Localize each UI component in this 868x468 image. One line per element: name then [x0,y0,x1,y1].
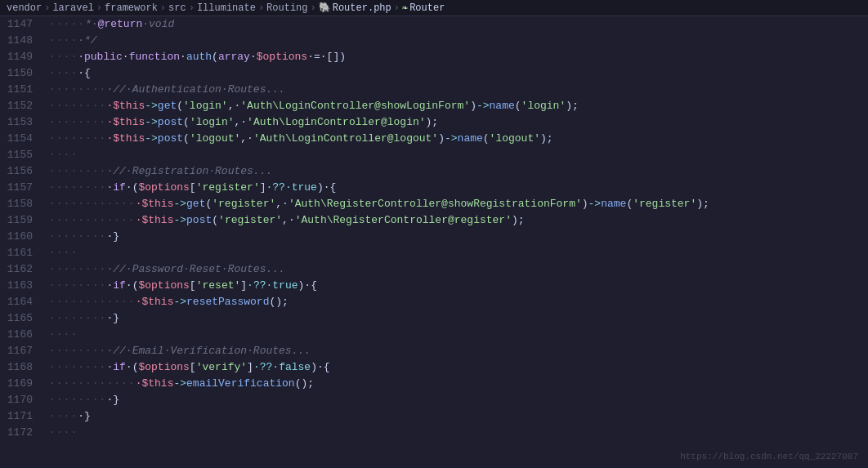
code-line-1163: ········ ·if ·( $options [ 'reset' ] ·??… [49,278,861,294]
indent-dots: ···· [49,327,78,343]
breadcrumb-framework[interactable]: framework [105,2,158,14]
code-text: ) [438,131,445,147]
code-op: -> [445,131,458,147]
code-method: post [158,131,183,147]
breadcrumb-routerphp[interactable]: Router.php [333,2,391,14]
code-str: 'Auth\LoginController@login' [247,114,425,131]
code-text: (); [295,376,314,392]
code-method: post [158,114,183,131]
code-line-1158: ············ ·$this -> get ( 'register' … [49,196,861,212]
code-line-1152: ········ ·$this -> get ( 'login' ,· 'Aut… [49,98,861,114]
code-text: ·} [106,392,119,408]
breadcrumb-vendor[interactable]: vendor [7,2,42,14]
code-var: ·$this [106,114,145,131]
code-line-1147: ····· *· @return ·void [49,16,861,33]
code-str: 'logout' [490,131,540,147]
code-text: ); [540,131,553,147]
code-arr: [ [327,49,333,65]
indent-dots: ············ [49,376,136,392]
code-op: -> [173,212,186,229]
indent-dots: ········ [49,392,106,408]
code-line-1150: ···· ·{ [49,65,861,82]
code-method: name [458,131,483,147]
editor-container: 1147 1148 1149 1150 1151 1152 1153 1154 … [0,16,868,468]
indent-dots: ········ [49,114,106,131]
code-line-1165: ········ ·} [49,310,861,327]
indent-dots: ········ [49,343,106,359]
code-line-1148: ···· ·*/ [49,33,861,49]
code-line-1155: ···· [49,147,861,163]
code-var: $options [257,49,307,65]
indent-dots: ········ [49,359,106,376]
code-bool: true [292,180,317,196]
code-text: ,· [240,131,253,147]
breadcrumb-routing[interactable]: Routing [266,2,307,14]
indent-dots: ····· [49,16,85,33]
sep3: › [160,2,166,14]
code-fn: auth [186,49,212,65]
code-line-1153: ········ ·$this -> post ( 'login' ,· 'Au… [49,114,861,131]
ln-1171: 1171 [7,408,33,425]
code-line-1154: ········ ·$this -> post ( 'logout' ,· 'A… [49,131,861,147]
code-line-1151: ········ ·//·Authentication·Routes... [49,82,861,98]
code-line-1167: ········ ·//·Email·Verification·Routes..… [49,343,861,359]
sep4: › [189,2,195,14]
code-kw: function [129,49,180,65]
code-kw: ·public [78,49,123,65]
code-text: ( [212,49,218,65]
code-comment: ·//·Password·Reset·Routes... [106,261,284,278]
indent-dots: ············ [49,196,136,212]
code-text: )·{ [311,359,329,376]
code-op: ·??· [253,359,279,376]
code-text: ] [240,278,247,294]
ln-1161: 1161 [7,245,33,261]
code-str: 'login' [521,98,566,114]
indent-dots: ········ [49,229,106,245]
code-text: ( [177,98,183,114]
ln-1165: 1165 [7,310,33,327]
code-str: 'login' [190,114,235,131]
code-text: ( [212,212,218,229]
ln-1151: 1151 [7,82,33,98]
indent-dots: ···· [49,49,78,65]
code-op: -> [173,196,186,212]
code-line-1160: ········ ·} [49,229,861,245]
breadcrumb-router[interactable]: Router [409,2,445,14]
breadcrumb-illuminate[interactable]: Illuminate [197,2,256,14]
code-bool: true [272,278,298,294]
code-text: ·void [142,16,174,33]
code-var: ·$this [106,131,145,147]
code-line-1169: ············ ·$this -> emailVerification… [49,376,861,392]
code-str: 'reset' [196,278,241,294]
class-icon: ❧ [402,2,408,14]
breadcrumb-src[interactable]: src [168,2,186,14]
indent-dots: ········ [49,310,106,327]
breadcrumb: vendor › laravel › framework › src › Ill… [0,0,868,16]
code-var: ·$this [106,98,145,114]
code-line-1164: ············ ·$this -> resetPassword (); [49,294,861,310]
code-line-1166: ···· [49,327,861,343]
code-str: 'login' [183,98,228,114]
code-line-1168: ········ ·if ·( $options [ 'verify' ] ·?… [49,359,861,376]
code-text: *· [85,16,98,33]
code-text: [ [190,359,196,376]
indent-dots: ···· [49,33,78,49]
code-text: ( [515,98,521,114]
indent-dots: ········ [49,98,106,114]
ln-1147: 1147 [7,16,33,33]
breadcrumb-laravel[interactable]: laravel [52,2,93,14]
code-line-1149: ···· ·public · function · auth ( array ·… [49,49,861,65]
ln-1162: 1162 [7,261,33,278]
code-text: ); [512,212,525,229]
ln-1163: 1163 [7,278,33,294]
code-line-1170: ········ ·} [49,392,861,408]
code-var: $options [138,278,189,294]
indent-dots: ············ [49,294,136,310]
code-line-1156: ········ ·//·Registration·Routes... [49,163,861,180]
code-arr: ] [333,49,339,65]
ln-1168: 1168 [7,359,33,376]
code-str: 'register' [633,196,696,212]
code-text: )·{ [317,180,336,196]
code-text: ); [696,196,709,212]
ln-1154: 1154 [7,131,33,147]
